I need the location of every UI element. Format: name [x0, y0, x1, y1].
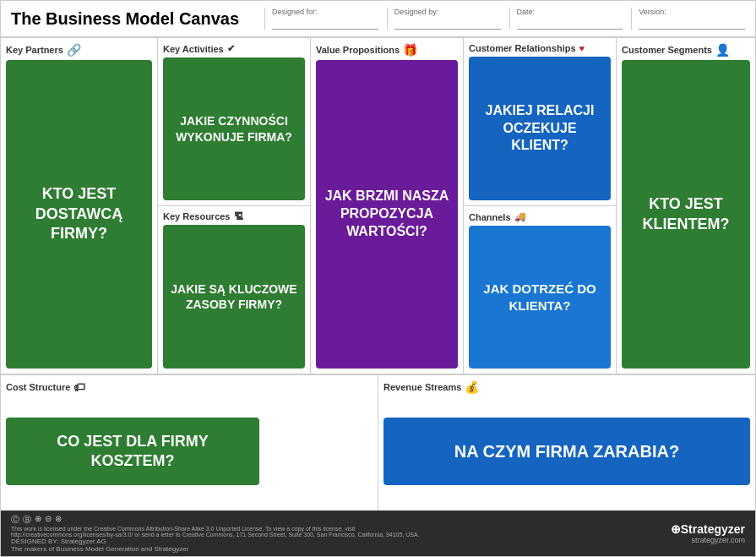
heart-icon: ♥: [579, 43, 585, 53]
key-activities-cell: Key Activities ✔ JAKIE CZYNNOŚCI WYKONUJ…: [158, 38, 310, 206]
version-label: Version:: [639, 8, 745, 16]
key-partners-label: Key Partners 🔗: [6, 43, 152, 57]
canvas-title: The Business Model Canvas: [11, 9, 239, 29]
version-field: Version:: [631, 8, 745, 30]
bottom-section: Cost Structure 🏷 CO JEST DLA FIRMY KOSZT…: [1, 375, 755, 511]
cc-by-icon: Ⓑ: [23, 514, 31, 526]
channels-cell: Channels 🚚 JAK DOTRZEĆ DO KLIENTA?: [464, 206, 616, 374]
activities-resources-wrapper: Key Activities ✔ JAKIE CZYNNOŚCI WYKONUJ…: [158, 38, 311, 374]
header: The Business Model Canvas Designed for: …: [1, 1, 755, 37]
worker-icon: 🏗: [234, 211, 243, 221]
key-resources-cell: Key Resources 🏗 JAKIE SĄ KLUCZOWE ZASOBY…: [158, 206, 310, 374]
designed-by-field: Designed by:: [387, 8, 501, 30]
link-icon: 🔗: [67, 43, 81, 57]
channels-label: Channels 🚚: [469, 211, 611, 222]
cc-sa-icon: ⊕: [35, 514, 41, 526]
footer-designed-by: DESIGNED BY: Strategyzer AG The makers o…: [11, 538, 433, 553]
customer-segments-box[interactable]: KTO JEST KLIENTEM?: [622, 60, 750, 369]
value-propositions-box[interactable]: JAK BRZMI NASZA PROPOZYCJA WARTOŚCI?: [316, 60, 458, 369]
cost-structure-label: Cost Structure 🏷: [6, 380, 373, 394]
key-partners-cell: Key Partners 🔗 KTO JEST DOSTAWCĄ FIRMY?: [1, 38, 158, 374]
date-label: Date:: [517, 8, 623, 16]
canvas-area: Key Partners 🔗 KTO JEST DOSTAWCĄ FIRMY? …: [1, 37, 755, 511]
customer-segments-cell: Customer Segments 👤 KTO JEST KLIENTEM?: [617, 38, 755, 374]
key-partners-box[interactable]: KTO JEST DOSTAWCĄ FIRMY?: [6, 60, 152, 369]
gift-icon: 🎁: [403, 43, 417, 57]
date-input[interactable]: [517, 16, 623, 30]
customer-segments-label: Customer Segments 👤: [622, 43, 750, 57]
revenue-streams-cell: Revenue Streams 💰 NA CZYM FIRMA ZARABIA?: [378, 375, 755, 511]
footer-right: ⊕Strategyzer strategyzer.com: [671, 522, 745, 544]
customer-relationships-box[interactable]: JAKIEJ RELACJI OCZEKUJE KLIENT?: [469, 57, 611, 200]
footer: Ⓒ Ⓑ ⊕ ⊝ ⊛ This work is licensed under th…: [1, 511, 755, 556]
revenue-streams-label: Revenue Streams 💰: [383, 380, 750, 394]
key-resources-box[interactable]: JAKIE SĄ KLUCZOWE ZASOBY FIRMY?: [163, 225, 305, 369]
key-activities-box[interactable]: JAKIE CZYNNOŚCI WYKONUJE FIRMA?: [163, 57, 305, 200]
date-field: Date:: [509, 8, 623, 30]
key-resources-label: Key Resources 🏗: [163, 211, 305, 221]
designed-for-label: Designed for:: [272, 8, 378, 16]
strategyzer-website: strategyzer.com: [691, 536, 745, 544]
cost-structure-cell: Cost Structure 🏷 CO JEST DLA FIRMY KOSZT…: [1, 375, 378, 511]
footer-icons: Ⓒ Ⓑ ⊕ ⊝ ⊛: [11, 514, 433, 526]
header-fields: Designed for: Designed by: Date: Version…: [264, 8, 745, 30]
customer-relationships-cell: Customer Relationships ♥ JAKIEJ RELACJI …: [464, 38, 616, 206]
top-section: Key Partners 🔗 KTO JEST DOSTAWCĄ FIRMY? …: [1, 38, 755, 375]
designed-by-label: Designed by:: [394, 8, 501, 16]
key-activities-label: Key Activities ✔: [163, 43, 305, 54]
money-icon: 💰: [465, 380, 479, 394]
check-icon: ✔: [227, 43, 235, 54]
revenue-streams-box[interactable]: NA CZYM FIRMA ZARABIA?: [383, 418, 750, 485]
person-icon: 👤: [715, 43, 730, 57]
cc-nd-icon: ⊝: [45, 514, 52, 526]
customer-relationships-label: Customer Relationships ♥: [469, 43, 611, 53]
truck-icon: 🚚: [514, 211, 526, 222]
designed-by-input[interactable]: [394, 16, 501, 30]
channels-box[interactable]: JAK DOTRZEĆ DO KLIENTA?: [469, 226, 611, 369]
cost-structure-box[interactable]: CO JEST DLA FIRMY KOSZTEM?: [6, 418, 259, 485]
cc-icon: Ⓒ: [11, 514, 19, 526]
cc-nc-icon: ⊛: [55, 514, 62, 526]
designed-for-field: Designed for:: [264, 8, 378, 30]
strategyzer-logo: ⊕Strategyzer: [671, 522, 745, 536]
value-propositions-label: Value Propositions 🎁: [316, 43, 458, 57]
designed-for-input[interactable]: [272, 16, 378, 30]
value-propositions-cell: Value Propositions 🎁 JAK BRZMI NASZA PRO…: [311, 38, 464, 374]
version-input[interactable]: [639, 16, 745, 30]
tag-icon: 🏷: [73, 380, 85, 394]
footer-left: Ⓒ Ⓑ ⊕ ⊝ ⊛ This work is licensed under th…: [11, 514, 433, 553]
cr-channels-wrapper: Customer Relationships ♥ JAKIEJ RELACJI …: [464, 38, 617, 374]
footer-credit: This work is licensed under the Creative…: [11, 526, 433, 538]
